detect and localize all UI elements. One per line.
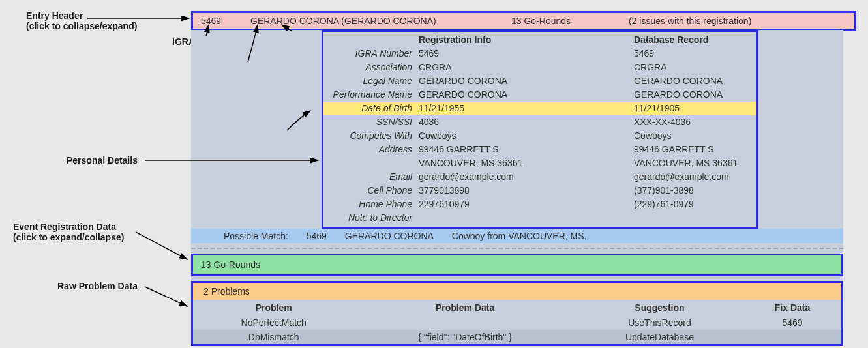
table-cell-fix: 5469 [743, 315, 841, 330]
details-col-reg: Registration Info [419, 33, 634, 47]
details-row: AssociationCRGRACRGRA [323, 61, 756, 74]
details-label: Performance Name [329, 88, 419, 102]
anno-raw-problem: Raw Problem Data [57, 281, 138, 291]
details-label: Email [329, 170, 419, 184]
details-db-value: GERARDO CORONA [634, 88, 751, 102]
anno-personal-details: Personal Details [67, 155, 138, 166]
details-row: Emailgerardo@example.comgerardo@example.… [323, 170, 756, 184]
table-row: NoPerfectMatchUseThisRecord5469 [193, 315, 841, 330]
details-label: Cell Phone [329, 184, 419, 197]
anno-event-reg: Event Registration Data (click to expand… [13, 222, 124, 242]
details-db-value: CRGRA [634, 61, 751, 74]
details-db-value: XXX-XX-4036 [634, 115, 751, 129]
possible-match-label: Possible Match: [224, 231, 288, 241]
details-label: Competes With [329, 129, 419, 143]
table-cell-fix [743, 330, 841, 344]
problems-col-fix: Fix Data [743, 300, 841, 315]
possible-match-row[interactable]: Possible Match: 5469 GERARDO CORONA Cowb… [191, 229, 843, 243]
problems-table: Problem Problem Data Suggestion Fix Data… [193, 300, 841, 344]
details-row: Legal NameGERARDO CORONAGERARDO CORONA [323, 74, 756, 88]
possible-match-name: GERARDO CORONA [345, 231, 434, 241]
details-label: Date of Birth [329, 102, 419, 115]
details-reg-value [419, 211, 634, 225]
problems-block: 2 Problems Problem Problem Data Suggesti… [191, 281, 843, 346]
table-row: DbMismatch{ "field": "DateOfBirth" }Upda… [193, 330, 841, 344]
details-row: SSN/SSI4036XXX-XX-4036 [323, 115, 756, 129]
table-cell-suggestion: UseThisRecord [576, 315, 743, 330]
details-reg-value: CRGRA [419, 61, 634, 74]
details-db-value: gerardo@example.com [634, 170, 751, 184]
problems-col-problem: Problem [193, 300, 354, 315]
problems-col-suggestion: Suggestion [576, 300, 743, 315]
table-cell-pdata: { "field": "DateOfBirth" } [354, 330, 575, 344]
details-row: Cell Phone3779013898(377)901-3898 [323, 184, 756, 197]
details-db-value: (377)901-3898 [634, 184, 751, 197]
details-row: Performance NameGERARDO CORONAGERARDO CO… [323, 88, 756, 102]
details-row: IGRA Number54695469 [323, 47, 756, 61]
details-row: Competes WithCowboysCowboys [323, 129, 756, 143]
table-cell-problem: NoPerfectMatch [193, 315, 354, 330]
go-rounds-bar[interactable]: 13 Go-Rounds [191, 254, 843, 276]
details-db-value [634, 211, 751, 225]
problems-header[interactable]: 2 Problems [193, 283, 841, 300]
details-db-value: 11/21/1905 [634, 102, 751, 115]
details-label: Home Phone [329, 197, 419, 211]
possible-match-desc: Cowboy from VANCOUVER, MS. [452, 231, 587, 241]
details-label: Association [329, 61, 419, 74]
details-db-value: 99446 GARRETT S [634, 143, 751, 156]
entry-header-name: GERARDO CORONA (GERARDO CORONA) [250, 16, 511, 26]
details-reg-value: GERARDO CORONA [419, 74, 634, 88]
svg-line-5 [145, 287, 187, 306]
details-reg-value: 99446 GARRETT S [419, 143, 634, 156]
details-label: SSN/SSI [329, 115, 419, 129]
entry-header[interactable]: 5469 GERARDO CORONA (GERARDO CORONA) 13 … [191, 11, 856, 31]
entry-header-igra: 5469 [201, 16, 250, 26]
details-label: Address [329, 143, 419, 156]
table-cell-suggestion: UpdateDatabase [576, 330, 743, 344]
problems-table-header: Problem Problem Data Suggestion Fix Data [193, 300, 841, 315]
entry-header-gorounds: 13 Go-Rounds [511, 16, 629, 26]
details-row: Date of Birth11/21/195511/21/1905 [323, 102, 756, 115]
details-header-row: Registration Info Database Record [323, 33, 756, 47]
details-reg-value: 2297610979 [419, 197, 634, 211]
table-cell-pdata [354, 315, 575, 330]
details-row: Address99446 GARRETT S99446 GARRETT S [323, 143, 756, 156]
personal-details-block: Registration Info Database Record IGRA N… [322, 30, 758, 229]
details-reg-value: 3779013898 [419, 184, 634, 197]
details-label: IGRA Number [329, 47, 419, 61]
details-db-value: VANCOUVER, MS 36361 [634, 156, 751, 170]
details-reg-value: 5469 [419, 47, 634, 61]
details-db-value: GERARDO CORONA [634, 74, 751, 88]
section-divider [191, 248, 843, 249]
details-label: Note to Director [329, 211, 419, 225]
problems-col-pdata: Problem Data [354, 300, 575, 315]
details-reg-value: gerardo@example.com [419, 170, 634, 184]
details-label [329, 156, 419, 170]
details-reg-value: Cowboys [419, 129, 634, 143]
details-row: Home Phone2297610979(229)761-0979 [323, 197, 756, 211]
entry-header-issues: (2 issues with this registration) [629, 16, 846, 26]
details-label: Legal Name [329, 74, 419, 88]
anno-entry-header: Entry Header (click to collapse/expand) [26, 10, 137, 31]
details-reg-value: VANCOUVER, MS 36361 [419, 156, 634, 170]
table-cell-problem: DbMismatch [193, 330, 354, 344]
details-db-value: Cowboys [634, 129, 751, 143]
details-reg-value: 4036 [419, 115, 634, 129]
svg-line-4 [136, 232, 187, 259]
details-reg-value: GERARDO CORONA [419, 88, 634, 102]
details-row: VANCOUVER, MS 36361VANCOUVER, MS 36361 [323, 156, 756, 170]
details-reg-value: 11/21/1955 [419, 102, 634, 115]
details-row: Note to Director [323, 211, 756, 225]
details-col-db: Database Record [634, 33, 751, 47]
possible-match-igra: 5469 [307, 231, 327, 241]
details-db-value: (229)761-0979 [634, 197, 751, 211]
details-db-value: 5469 [634, 47, 751, 61]
